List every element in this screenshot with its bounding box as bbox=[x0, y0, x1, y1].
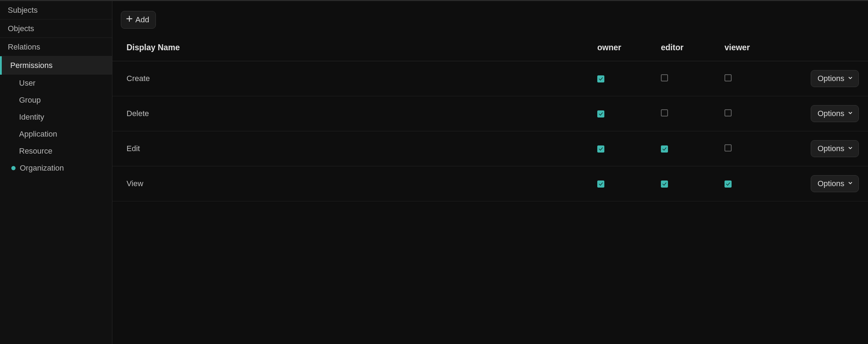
row-name: Create bbox=[127, 74, 597, 83]
checkbox-viewer[interactable] bbox=[725, 180, 732, 188]
sidebar-item-label: Group bbox=[19, 96, 41, 105]
options-button[interactable]: Options bbox=[811, 105, 859, 122]
sidebar-item-organization[interactable]: Organization bbox=[0, 160, 112, 177]
col-header-owner: owner bbox=[597, 43, 661, 52]
sidebar-item-relations[interactable]: Relations bbox=[0, 38, 112, 56]
sidebar-item-resource[interactable]: Resource bbox=[0, 143, 112, 160]
sidebar-item-label: Subjects bbox=[8, 6, 37, 15]
table-header: Display Name owner editor viewer bbox=[112, 43, 868, 61]
chevron-down-icon bbox=[847, 144, 854, 153]
col-header-display-name: Display Name bbox=[127, 43, 597, 52]
sidebar-item-subjects[interactable]: Subjects bbox=[0, 1, 112, 19]
options-button-label: Options bbox=[817, 144, 844, 153]
table-row: DeleteOptions bbox=[112, 96, 868, 131]
row-name: View bbox=[127, 179, 597, 188]
checkbox-viewer[interactable] bbox=[725, 109, 732, 116]
sidebar-item-label: Application bbox=[19, 130, 57, 139]
table-body: CreateOptionsDeleteOptionsEditOptionsVie… bbox=[112, 61, 868, 201]
add-button[interactable]: Add bbox=[121, 11, 156, 29]
checkbox-owner[interactable] bbox=[597, 75, 604, 82]
sidebar-item-label: User bbox=[19, 79, 35, 88]
col-header-actions bbox=[788, 43, 859, 52]
table-row: CreateOptions bbox=[112, 61, 868, 96]
row-name: Edit bbox=[127, 144, 597, 153]
checkbox-owner[interactable] bbox=[597, 180, 604, 188]
sidebar-item-label: Identity bbox=[19, 113, 44, 122]
chevron-down-icon bbox=[847, 109, 854, 118]
plus-icon bbox=[125, 15, 133, 25]
row-actions: Options bbox=[788, 140, 859, 157]
sidebar-item-label: Organization bbox=[20, 164, 64, 173]
checkbox-editor[interactable] bbox=[661, 74, 668, 81]
sidebar-item-label: Relations bbox=[8, 42, 40, 52]
row-name: Delete bbox=[127, 109, 597, 118]
chevron-down-icon bbox=[847, 74, 854, 83]
sidebar-item-label: Resource bbox=[19, 147, 52, 156]
add-button-label: Add bbox=[135, 15, 149, 24]
table-row: EditOptions bbox=[112, 131, 868, 166]
options-button[interactable]: Options bbox=[811, 140, 859, 157]
active-dot-icon bbox=[11, 166, 16, 170]
options-button[interactable]: Options bbox=[811, 175, 859, 192]
sidebar-item-group[interactable]: Group bbox=[0, 92, 112, 109]
checkbox-viewer[interactable] bbox=[725, 74, 732, 81]
checkbox-viewer[interactable] bbox=[725, 144, 732, 151]
checkbox-owner[interactable] bbox=[597, 145, 604, 153]
chevron-down-icon bbox=[847, 179, 854, 188]
options-button-label: Options bbox=[817, 179, 844, 188]
checkbox-editor[interactable] bbox=[661, 109, 668, 116]
row-actions: Options bbox=[788, 105, 859, 122]
toolbar: Add bbox=[112, 1, 868, 29]
options-button-label: Options bbox=[817, 109, 844, 118]
checkbox-editor[interactable] bbox=[661, 145, 668, 153]
checkbox-editor[interactable] bbox=[661, 180, 668, 188]
permissions-table: Display Name owner editor viewer CreateO… bbox=[112, 43, 868, 201]
checkbox-owner[interactable] bbox=[597, 110, 604, 117]
sidebar-item-label: Objects bbox=[8, 24, 34, 33]
options-button[interactable]: Options bbox=[811, 70, 859, 87]
col-header-editor: editor bbox=[661, 43, 725, 52]
sidebar-item-objects[interactable]: Objects bbox=[0, 19, 112, 38]
col-header-viewer: viewer bbox=[725, 43, 788, 52]
sidebar-item-identity[interactable]: Identity bbox=[0, 109, 112, 126]
main-content: Add Display Name owner editor viewer Cre… bbox=[112, 1, 868, 344]
table-row: ViewOptions bbox=[112, 166, 868, 201]
row-actions: Options bbox=[788, 70, 859, 87]
sidebar-item-permissions[interactable]: Permissions bbox=[0, 56, 112, 75]
sidebar: SubjectsObjectsRelationsPermissionsUserG… bbox=[0, 1, 112, 344]
sidebar-item-user[interactable]: User bbox=[0, 75, 112, 92]
options-button-label: Options bbox=[817, 74, 844, 83]
app-root: SubjectsObjectsRelationsPermissionsUserG… bbox=[0, 0, 868, 344]
row-actions: Options bbox=[788, 175, 859, 192]
sidebar-item-label: Permissions bbox=[10, 61, 53, 70]
sidebar-item-application[interactable]: Application bbox=[0, 126, 112, 143]
